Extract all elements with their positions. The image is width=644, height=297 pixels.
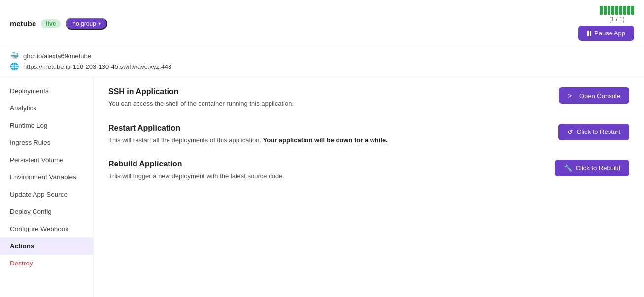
btn-label-restart: Click to Restart [577, 128, 620, 135]
sidebar: DeploymentsAnalyticsRuntime LogIngress R… [0, 77, 94, 297]
sidebar-item-actions[interactable]: Actions [0, 237, 93, 255]
live-badge: live [41, 19, 61, 28]
bar-8 [627, 6, 630, 15]
sidebar-item-configure-webhook[interactable]: Configure Webhook [0, 220, 93, 237]
app-name: metube [10, 19, 36, 28]
sidebar-item-runtime-log[interactable]: Runtime Log [0, 117, 93, 134]
sidebar-item-destroy[interactable]: Destroy [0, 255, 93, 272]
section-title-ssh: SSH in Application [108, 87, 549, 96]
section-title-rebuild: Rebuild Application [108, 160, 545, 168]
sidebar-item-ingress-rules[interactable]: Ingress Rules [0, 134, 93, 151]
docker-icon: 🐳 [10, 51, 19, 60]
bar-9 [631, 6, 634, 15]
image-row: 🐳 ghcr.io/alexta69/metube [10, 51, 634, 60]
chevron-down-icon: ▾ [98, 21, 101, 26]
server-bars [600, 6, 634, 15]
group-button[interactable]: no group ▾ [66, 18, 107, 30]
section-title-restart: Restart Application [108, 124, 548, 132]
bar-7 [623, 6, 626, 15]
section-text-ssh: SSH in ApplicationYou can access the she… [108, 87, 549, 109]
bar-2 [604, 6, 607, 15]
globe-icon: 🌐 [10, 62, 19, 71]
url-text: https://metube.ip-116-203-130-45.swiftwa… [23, 63, 171, 70]
sidebar-item-deployments[interactable]: Deployments [0, 82, 93, 99]
btn-icon-rebuild: 🔧 [564, 164, 572, 172]
section-restart: Restart ApplicationThis will restart all… [108, 124, 629, 145]
pause-icon [587, 31, 591, 36]
btn-rebuild[interactable]: 🔧Click to Rebuild [555, 160, 629, 176]
sidebar-item-persistent-volume[interactable]: Persistent Volume [0, 151, 93, 168]
bar-5 [615, 6, 618, 15]
bar-6 [619, 6, 622, 15]
meta-info: 🐳 ghcr.io/alexta69/metube 🌐 https://metu… [0, 47, 644, 77]
bar-4 [611, 6, 614, 15]
sidebar-item-environment-variables[interactable]: Environment Variables [0, 168, 93, 186]
topbar: metube live no group ▾ (1 / 1) Pause App [0, 0, 644, 47]
group-label: no group [72, 20, 96, 27]
section-rebuild: Rebuild ApplicationThis will trigger a n… [108, 160, 629, 181]
server-count: (1 / 1) [609, 16, 624, 23]
url-row: 🌐 https://metube.ip-116-203-130-45.swift… [10, 62, 634, 71]
main-layout: DeploymentsAnalyticsRuntime LogIngress R… [0, 77, 644, 297]
bar-1 [600, 6, 603, 15]
btn-restart[interactable]: ↺Click to Restart [558, 124, 629, 140]
section-desc-rebuild: This will trigger a new deployment with … [108, 171, 545, 181]
section-text-rebuild: Rebuild ApplicationThis will trigger a n… [108, 160, 545, 181]
sidebar-item-analytics[interactable]: Analytics [0, 99, 93, 117]
section-text-restart: Restart ApplicationThis will restart all… [108, 124, 548, 145]
section-desc-ssh: You can access the shell of the containe… [108, 99, 549, 109]
bar-3 [608, 6, 610, 15]
topbar-right: (1 / 1) Pause App [578, 6, 634, 41]
pause-btn-label: Pause App [594, 30, 625, 37]
sidebar-item-update-app-source[interactable]: Update App Source [0, 186, 93, 203]
section-desc-restart: This will restart all the deployments of… [108, 135, 548, 145]
section-ssh: SSH in ApplicationYou can access the she… [108, 87, 629, 109]
image-text: ghcr.io/alexta69/metube [23, 52, 91, 60]
btn-label-rebuild: Click to Rebuild [576, 165, 620, 172]
content-area: SSH in ApplicationYou can access the she… [94, 77, 644, 297]
sidebar-item-deploy-config[interactable]: Deploy Config [0, 203, 93, 220]
btn-label-ssh: Open Console [579, 92, 620, 99]
btn-icon-restart: ↺ [567, 128, 573, 136]
btn-ssh[interactable]: >_Open Console [559, 87, 629, 104]
btn-icon-ssh: >_ [568, 92, 576, 99]
pause-app-button[interactable]: Pause App [578, 26, 634, 41]
